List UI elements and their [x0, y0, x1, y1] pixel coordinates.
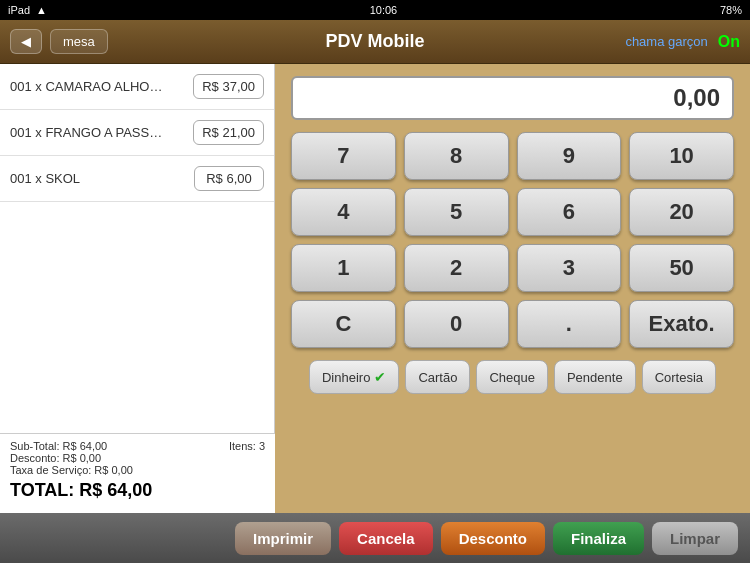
- back-button[interactable]: ◀: [10, 29, 42, 54]
- key-2-button[interactable]: 2: [404, 244, 509, 292]
- desconto-line: Desconto: R$ 0,00: [10, 452, 209, 464]
- wifi-icon: ▲: [36, 4, 47, 16]
- label: Dinheiro: [322, 370, 370, 385]
- order-item[interactable]: 001 x SKOL R$ 6,00: [0, 156, 274, 202]
- key-8-button[interactable]: 8: [404, 132, 509, 180]
- key-7-button[interactable]: 7: [291, 132, 396, 180]
- check-icon: ✔: [374, 369, 386, 385]
- action-bar: Imprimir Cancela Desconto Finaliza Limpa…: [0, 513, 750, 563]
- header: ◀ mesa PDV Mobile chama garçon On: [0, 20, 750, 64]
- mesa-button[interactable]: mesa: [50, 29, 108, 54]
- order-item[interactable]: 001 x FRANGO A PASSARI... R$ 21,00: [0, 110, 274, 156]
- key-50-button[interactable]: 50: [629, 244, 734, 292]
- order-list: 001 x CAMARAO ALHO E O... R$ 37,00 001 x…: [0, 64, 275, 433]
- time-display: 10:06: [370, 4, 398, 16]
- pay-cheque-button[interactable]: Cheque: [476, 360, 548, 394]
- status-left: iPad ▲: [8, 4, 47, 16]
- order-item-name: 001 x CAMARAO ALHO E O...: [10, 79, 165, 94]
- order-item-price: R$ 6,00: [194, 166, 264, 191]
- header-right: chama garçon On: [625, 33, 740, 51]
- keypad-grid: 789104562012350C0.Exato.: [291, 132, 734, 348]
- key-4-button[interactable]: 4: [291, 188, 396, 236]
- order-item-name: 001 x SKOL: [10, 171, 165, 186]
- subtotal-line: Sub-Total: R$ 64,00: [10, 440, 209, 452]
- key-6-button[interactable]: 6: [517, 188, 622, 236]
- back-arrow-icon: ◀: [21, 34, 31, 49]
- key-.-button[interactable]: .: [517, 300, 622, 348]
- on-badge: On: [718, 33, 740, 51]
- battery-label: 78%: [720, 4, 742, 16]
- key-0-button[interactable]: 0: [404, 300, 509, 348]
- status-bar: iPad ▲ 10:06 78%: [0, 0, 750, 20]
- pay-pendente-button[interactable]: Pendente: [554, 360, 636, 394]
- itens-count: Itens: 3: [229, 440, 265, 452]
- main-content: 001 x CAMARAO ALHO E O... R$ 37,00 001 x…: [0, 64, 750, 433]
- order-item[interactable]: 001 x CAMARAO ALHO E O... R$ 37,00: [0, 64, 274, 110]
- cancela-button[interactable]: Cancela: [339, 522, 433, 555]
- imprimir-button[interactable]: Imprimir: [235, 522, 331, 555]
- keypad-panel: 0,00 789104562012350C0.Exato. Dinheiro✔C…: [275, 64, 750, 433]
- key-9-button[interactable]: 9: [517, 132, 622, 180]
- key-c-button[interactable]: C: [291, 300, 396, 348]
- limpar-button[interactable]: Limpar: [652, 522, 738, 555]
- payment-row: Dinheiro✔CartãoChequePendenteCortesia: [291, 360, 734, 394]
- ipad-label: iPad: [8, 4, 30, 16]
- order-item-price: R$ 37,00: [193, 74, 264, 99]
- summary-text: Sub-Total: R$ 64,00 Desconto: R$ 0,00 Ta…: [0, 434, 219, 513]
- taxa-line: Taxa de Serviço: R$ 0,00: [10, 464, 209, 476]
- chama-garcon-link[interactable]: chama garçon: [625, 34, 707, 49]
- order-item-name: 001 x FRANGO A PASSARI...: [10, 125, 165, 140]
- pay-dinheiro-button[interactable]: Dinheiro✔: [309, 360, 399, 394]
- pay-cartão-button[interactable]: Cartão: [405, 360, 470, 394]
- desconto-button[interactable]: Desconto: [441, 522, 545, 555]
- order-item-price: R$ 21,00: [193, 120, 264, 145]
- status-right: 78%: [720, 4, 742, 16]
- amount-display: 0,00: [291, 76, 734, 120]
- key-1-button[interactable]: 1: [291, 244, 396, 292]
- pay-cortesia-button[interactable]: Cortesia: [642, 360, 716, 394]
- summary-bar: Sub-Total: R$ 64,00 Desconto: R$ 0,00 Ta…: [0, 433, 275, 513]
- label: Cortesia: [655, 370, 703, 385]
- label: Cheque: [489, 370, 535, 385]
- summary-items: Itens: 3: [219, 434, 275, 513]
- key-3-button[interactable]: 3: [517, 244, 622, 292]
- total-line: TOTAL: R$ 64,00: [10, 480, 209, 501]
- key-10-button[interactable]: 10: [629, 132, 734, 180]
- label: Pendente: [567, 370, 623, 385]
- display-value: 0,00: [673, 84, 720, 111]
- key-exato.-button[interactable]: Exato.: [629, 300, 734, 348]
- label: Cartão: [418, 370, 457, 385]
- app-title: PDV Mobile: [325, 31, 424, 52]
- key-20-button[interactable]: 20: [629, 188, 734, 236]
- key-5-button[interactable]: 5: [404, 188, 509, 236]
- header-left: ◀ mesa: [10, 29, 108, 54]
- finaliza-button[interactable]: Finaliza: [553, 522, 644, 555]
